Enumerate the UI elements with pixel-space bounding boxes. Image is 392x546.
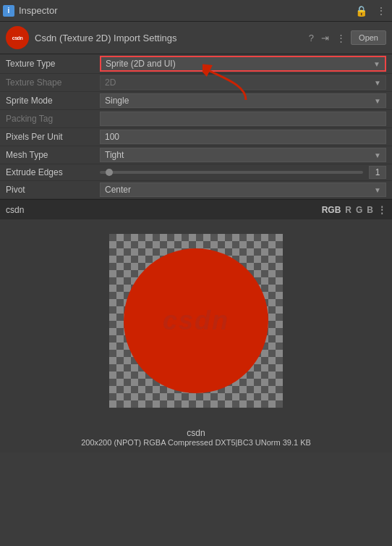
logo-red-circle: csdn	[124, 248, 268, 393]
csdn-logo-text: csdn	[163, 306, 229, 336]
texture-type-label: Texture Type	[6, 59, 100, 69]
channel-r-button[interactable]: R	[345, 205, 351, 215]
slider-thumb	[106, 169, 113, 176]
extrude-edges-label: Extrude Edges	[6, 167, 100, 177]
mesh-type-dropdown[interactable]: Tight ▼	[100, 148, 386, 162]
extrude-edges-input[interactable]	[369, 166, 386, 179]
mesh-type-label: Mesh Type	[6, 150, 100, 160]
sprite-mode-value[interactable]: Single ▼	[100, 93, 386, 108]
sprite-mode-row: Sprite Mode Single ▼	[0, 92, 392, 110]
inspector-icon: i	[3, 5, 14, 17]
info-filename: csdn	[6, 428, 386, 438]
pixels-per-unit-row: Pixels Per Unit	[0, 128, 392, 146]
pivot-row: Pivot Center ▼	[0, 181, 392, 199]
pixels-per-unit-value[interactable]	[100, 130, 386, 144]
pixels-per-unit-input[interactable]	[100, 130, 386, 144]
info-section: csdn 200x200 (NPOT) RGBA Compressed DXT5…	[0, 422, 392, 453]
channel-g-button[interactable]: G	[356, 205, 362, 215]
sprite-mode-label: Sprite Mode	[6, 96, 100, 106]
texture-shape-label: Texture Shape	[6, 77, 100, 88]
extrude-edges-value	[100, 166, 386, 179]
texture-type-dropdown[interactable]: Sprite (2D and UI) ▼	[100, 56, 386, 72]
packing-tag-value[interactable]	[100, 112, 386, 126]
extrude-edges-row: Extrude Edges	[0, 164, 392, 181]
channel-menu-icon[interactable]: ⋮	[378, 205, 386, 215]
mesh-type-row: Mesh Type Tight ▼	[0, 146, 392, 164]
checkered-canvas: csdn	[109, 234, 283, 408]
pixels-per-unit-label: Pixels Per Unit	[6, 132, 100, 142]
texture-shape-row: Texture Shape 2D ▼	[0, 74, 392, 92]
preview-area: csdn	[0, 219, 392, 422]
bottom-label: csdn	[6, 205, 24, 215]
packing-tag-row: Packing Tag	[0, 110, 392, 128]
header-section: csdn Csdn (Texture 2D) Import Settings ?…	[0, 22, 392, 54]
open-button[interactable]: Open	[351, 30, 386, 45]
pivot-arrow: ▼	[374, 186, 381, 194]
texture-type-row: Texture Type Sprite (2D and UI) ▼	[0, 54, 392, 74]
mesh-type-arrow: ▼	[374, 151, 381, 159]
texture-shape-dropdown[interactable]: 2D ▼	[100, 75, 386, 90]
texture-shape-value[interactable]: 2D ▼	[100, 75, 386, 90]
channel-b-button[interactable]: B	[367, 205, 373, 215]
pivot-value[interactable]: Center ▼	[100, 182, 386, 197]
help-icon[interactable]: ?	[307, 32, 316, 44]
texture-shape-arrow: ▼	[374, 79, 381, 87]
bottom-toolbar: csdn RGB R G B ⋮	[0, 199, 392, 219]
mesh-type-value[interactable]: Tight ▼	[100, 148, 386, 162]
pivot-dropdown[interactable]: Center ▼	[100, 182, 386, 197]
info-details: 200x200 (NPOT) RGBA Compressed DXT5|BC3 …	[6, 438, 386, 447]
sprite-mode-arrow: ▼	[374, 97, 381, 105]
sprite-mode-dropdown[interactable]: Single ▼	[100, 93, 386, 108]
packing-tag-label: Packing Tag	[6, 114, 100, 124]
header-menu-icon[interactable]: ⋮	[334, 32, 348, 44]
title-bar-label: Inspector	[19, 5, 57, 16]
title-bar: i Inspector 🔒 ⋮	[0, 0, 392, 22]
layout-icon[interactable]: ⇥	[319, 32, 331, 44]
texture-type-value[interactable]: Sprite (2D and UI) ▼	[100, 56, 386, 72]
lock-icon[interactable]: 🔒	[352, 4, 370, 18]
menu-icon[interactable]: ⋮	[373, 4, 389, 18]
texture-type-arrow: ▼	[373, 60, 380, 68]
pivot-label: Pivot	[6, 185, 100, 195]
channel-buttons: RGB R G B ⋮	[322, 205, 386, 215]
packing-tag-input[interactable]	[100, 112, 386, 126]
header-title: Csdn (Texture 2D) Import Settings	[35, 33, 177, 43]
logo-text: csdn	[12, 35, 22, 41]
channel-rgb-button[interactable]: RGB	[322, 205, 341, 215]
logo-circle: csdn	[6, 26, 29, 49]
extrude-edges-slider[interactable]	[100, 171, 363, 174]
properties-panel: Texture Type Sprite (2D and UI) ▼ Textur…	[0, 54, 392, 199]
